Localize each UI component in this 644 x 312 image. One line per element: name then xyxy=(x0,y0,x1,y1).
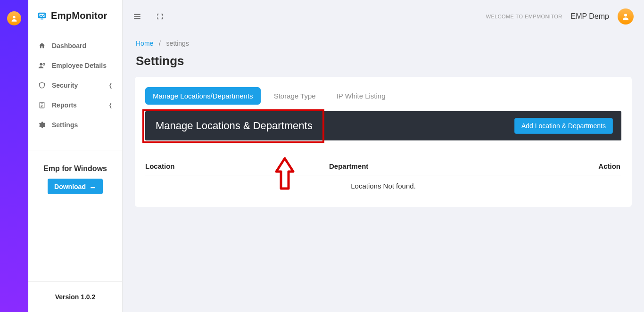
svg-rect-3 xyxy=(41,18,43,19)
version-section: Version 1.0.2 xyxy=(28,281,122,312)
sidebar-item-label: Employee Details xyxy=(52,62,107,69)
shield-icon xyxy=(38,81,46,90)
breadcrumb: Home / settings xyxy=(135,33,632,52)
col-department: Department xyxy=(329,162,560,170)
content: Home / settings Settings Manage Location… xyxy=(123,33,644,219)
sidebar: EmpMonitor Dashboard Employee Details xyxy=(28,0,123,312)
svg-point-0 xyxy=(13,16,15,18)
sidebar-item-label: Settings xyxy=(52,121,78,129)
breadcrumb-separator: / xyxy=(155,40,164,47)
sidebar-item-label: Dashboard xyxy=(52,42,86,49)
gear-icon xyxy=(38,121,46,129)
topbar: WELCOME TO EMPMONITOR EMP Demp xyxy=(123,0,644,33)
col-action: Action xyxy=(560,162,621,170)
settings-card: Manage Locations/Departments Storage Typ… xyxy=(135,77,632,207)
sidebar-item-dashboard[interactable]: Dashboard xyxy=(28,36,122,56)
panel-header: Manage Locations & Departments Add Locat… xyxy=(145,111,621,140)
brand-logo[interactable]: EmpMonitor xyxy=(28,0,122,28)
svg-point-4 xyxy=(40,63,42,66)
fullscreen-icon[interactable] xyxy=(156,12,164,21)
empty-state: Locations Not found. xyxy=(145,175,621,197)
sidebar-item-security[interactable]: Security ❮ xyxy=(28,75,122,95)
add-location-button[interactable]: Add Location & Departments xyxy=(514,118,613,134)
username-text: EMP Demp xyxy=(570,12,609,21)
sidebar-item-settings[interactable]: Settings xyxy=(28,115,122,135)
breadcrumb-current: settings xyxy=(166,40,189,47)
home-icon xyxy=(38,41,46,50)
main-area: WELCOME TO EMPMONITOR EMP Demp Home / se… xyxy=(123,0,644,312)
sidebar-item-label: Reports xyxy=(52,101,77,109)
sidebar-nav: Dashboard Employee Details Security xyxy=(28,28,122,142)
download-icon xyxy=(90,182,96,190)
user-icon xyxy=(38,61,46,70)
user-avatar[interactable] xyxy=(618,8,634,25)
welcome-text: WELCOME TO EMPMONITOR xyxy=(486,14,562,19)
sidebar-item-label: Security xyxy=(52,82,78,89)
panel-title: Manage Locations & Departments xyxy=(156,120,313,132)
menu-toggle-icon[interactable] xyxy=(133,12,141,21)
col-location: Location xyxy=(145,162,329,170)
page-title: Settings xyxy=(136,54,631,68)
svg-point-13 xyxy=(624,14,627,16)
svg-point-5 xyxy=(43,63,45,65)
chevron-left-icon: ❮ xyxy=(109,82,112,89)
brand-name: EmpMonitor xyxy=(51,10,107,21)
tab-storage-type[interactable]: Storage Type xyxy=(266,87,323,105)
download-button-label: Download xyxy=(54,183,86,190)
logo-icon xyxy=(37,11,47,21)
app-strip xyxy=(0,0,28,312)
sidebar-promo: Emp for Windows Download xyxy=(28,150,122,208)
tabs: Manage Locations/Departments Storage Typ… xyxy=(145,87,621,105)
table-header: Location Department Action xyxy=(145,157,621,175)
sidebar-item-reports[interactable]: Reports ❮ xyxy=(28,95,122,115)
strip-avatar[interactable] xyxy=(7,11,21,25)
tab-ip-whitelisting[interactable]: IP White Listing xyxy=(329,87,393,105)
promo-title: Emp for Windows xyxy=(35,164,116,173)
locations-table: Location Department Action Locations Not… xyxy=(145,157,621,197)
sidebar-item-employee-details[interactable]: Employee Details xyxy=(28,56,122,75)
document-icon xyxy=(38,101,46,109)
chevron-left-icon: ❮ xyxy=(109,102,112,108)
tab-manage-locations[interactable]: Manage Locations/Departments xyxy=(145,87,261,105)
breadcrumb-home[interactable]: Home xyxy=(136,40,153,47)
version-text: Version 1.0.2 xyxy=(28,282,122,312)
download-button[interactable]: Download xyxy=(48,179,103,194)
